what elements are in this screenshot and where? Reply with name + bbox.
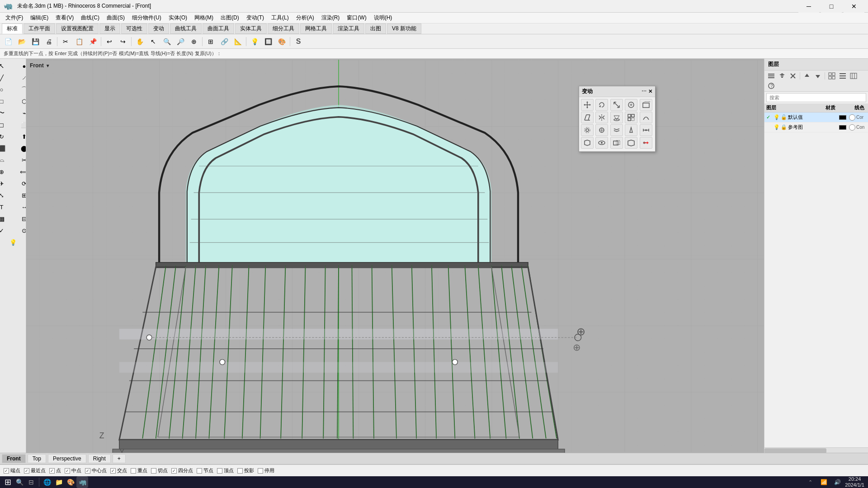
transform-project-btn[interactable] <box>610 112 623 123</box>
left-mirror-btn[interactable]: ⟺ <box>14 166 27 177</box>
menu-item-12[interactable]: 渲染(R) <box>318 13 344 23</box>
transform-flow-btn[interactable] <box>581 124 594 136</box>
tab-item-9[interactable]: 细分工具 <box>268 23 299 34</box>
snap-item-3[interactable]: 中点 <box>65 467 81 474</box>
left-hatch-btn[interactable]: ▩ <box>0 213 13 224</box>
snap-item-7[interactable]: 切点 <box>151 467 168 474</box>
left-arc-btn[interactable]: ⌒ <box>14 84 27 95</box>
toolbar-ortho[interactable]: 📐 <box>231 36 244 47</box>
left-point-btn[interactable]: ● <box>14 61 27 71</box>
transform-title-bar[interactable]: 变动 ⋯ ✕ <box>579 86 655 97</box>
layer-row-ref[interactable]: 💡 🔒 参考图 Con <box>764 122 868 132</box>
taskbar-rhino-btn[interactable]: 🦏 <box>76 476 88 488</box>
menu-item-2[interactable]: 查看(V) <box>52 13 77 23</box>
layers-list-view-btn[interactable] <box>838 71 848 80</box>
left-text-btn[interactable]: T <box>0 202 13 212</box>
layers-scrollbar[interactable] <box>764 447 868 453</box>
tab-item-0[interactable]: 标准 <box>2 23 23 34</box>
snap-item-12[interactable]: 停用 <box>258 467 274 474</box>
transform-scale-btn[interactable] <box>610 99 623 111</box>
menu-item-14[interactable]: 说明(H) <box>370 13 396 23</box>
layers-filter-active-btn[interactable] <box>777 71 787 80</box>
toolbar-copy[interactable]: 📋 <box>73 36 85 47</box>
snap-item-0[interactable]: 端点 <box>4 467 20 474</box>
left-fillet-btn[interactable]: ⌓ <box>0 155 13 165</box>
left-rect-btn[interactable]: □ <box>0 96 13 107</box>
snap-item-6[interactable]: 重点 <box>131 467 147 474</box>
taskbar-taskview-btn[interactable]: ⊟ <box>25 476 37 488</box>
toolbar-new[interactable]: 📄 <box>2 36 14 47</box>
left-trim-btn[interactable]: ✂ <box>14 155 27 165</box>
left-select-btn[interactable]: ↖ <box>0 61 13 71</box>
layers-up-btn[interactable] <box>802 71 812 80</box>
transform-taper-btn[interactable] <box>625 124 637 136</box>
minimize-button[interactable]: ─ <box>798 0 819 13</box>
toolbar-save[interactable]: 💾 <box>29 36 42 47</box>
close-button[interactable]: ✕ <box>844 0 864 13</box>
snap-item-11[interactable]: 投影 <box>237 467 254 474</box>
viewport-label[interactable]: Front ▼ <box>30 62 50 69</box>
menu-item-11[interactable]: 分析(A) <box>292 13 318 23</box>
menu-item-5[interactable]: 细分物件(U) <box>128 13 165 23</box>
toolbar-redo[interactable]: ↪ <box>117 36 129 47</box>
tab-item-8[interactable]: 实体工具 <box>235 23 267 34</box>
taskbar-search-btn[interactable]: 🔍 <box>14 476 25 488</box>
left-dim-btn[interactable]: ↔ <box>14 202 27 212</box>
tab-item-11[interactable]: 渲染工具 <box>333 23 364 34</box>
layers-down-btn[interactable] <box>813 71 823 80</box>
transform-cage-btn[interactable] <box>595 124 608 136</box>
viewport-dropdown-arrow[interactable]: ▼ <box>46 63 50 68</box>
transform-twist-btn[interactable] <box>610 124 623 136</box>
left-freeform-btn[interactable]: 〜 <box>0 108 13 118</box>
tab-item-12[interactable]: 出图 <box>365 23 386 34</box>
transform-close-btn[interactable]: ✕ <box>648 89 652 94</box>
left-surface-btn[interactable]: ◻ <box>0 119 13 130</box>
snap-item-10[interactable]: 顶点 <box>217 467 234 474</box>
transform-bend-btn[interactable] <box>640 112 652 123</box>
toolbar-rhino-logo[interactable]: S <box>292 36 305 47</box>
viewport[interactable]: ⊕ Z X ⊕ Front ▼ 变动 ⋯ <box>26 59 764 453</box>
vp-tab-right[interactable]: Right <box>88 454 111 463</box>
tab-item-13[interactable]: V8 新功能 <box>387 23 421 34</box>
toolbar-paste[interactable]: 📌 <box>86 36 99 47</box>
menu-item-1[interactable]: 编辑(E) <box>27 13 52 23</box>
transform-array-btn[interactable] <box>625 112 637 123</box>
toolbar-open[interactable]: 📂 <box>15 36 28 47</box>
taskbar-sound-icon[interactable]: 🔊 <box>831 476 843 488</box>
taskbar-systray-icon[interactable]: ⌃ <box>804 476 816 488</box>
layer-search-input[interactable] <box>766 93 866 102</box>
snap-item-2[interactable]: 点 <box>49 467 61 474</box>
left-move-btn[interactable]: ✈ <box>0 178 13 189</box>
snap-item-9[interactable]: 节点 <box>197 467 213 474</box>
transform-unroll-btn[interactable] <box>610 137 623 149</box>
transform-stretch-btn[interactable] <box>640 124 652 136</box>
transform-map-btn[interactable] <box>625 137 637 149</box>
menu-item-6[interactable]: 实体(O) <box>165 13 191 23</box>
taskbar-explorer-btn[interactable]: 📁 <box>53 476 65 488</box>
toolbar-zoom-out[interactable]: 🔎 <box>174 36 187 47</box>
layers-delete-btn[interactable] <box>788 71 798 80</box>
left-extrude-btn[interactable]: ⬆ <box>14 131 27 142</box>
snap-item-4[interactable]: 中心点 <box>85 467 107 474</box>
transform-smash-btn[interactable] <box>581 137 594 149</box>
transform-rotate-btn[interactable] <box>595 99 608 111</box>
layer-row-default[interactable]: ✓ 💡 🔓 默认值 Cor <box>764 113 868 122</box>
transform-move-btn[interactable] <box>581 99 594 111</box>
vp-tab-top[interactable]: Top <box>28 454 46 463</box>
menu-item-13[interactable]: 窗口(W) <box>343 13 370 23</box>
tab-item-10[interactable]: 网格工具 <box>300 23 332 34</box>
toolbar-wireframe[interactable]: 🔲 <box>262 36 274 47</box>
transform-squish-btn[interactable] <box>595 137 608 149</box>
menu-item-4[interactable]: 曲面(S) <box>103 13 128 23</box>
menu-item-3[interactable]: 曲线(C) <box>77 13 103 23</box>
toolbar-zoom-extents[interactable]: ⊕ <box>188 36 200 47</box>
left-check-btn[interactable]: ✓ <box>0 225 13 236</box>
toolbar-print[interactable]: 🖨 <box>42 36 55 47</box>
layers-new-btn[interactable] <box>766 71 776 80</box>
tab-item-7[interactable]: 曲面工具 <box>203 23 234 34</box>
tab-item-5[interactable]: 变动 <box>148 23 169 34</box>
layers-help-btn[interactable]: ? <box>766 81 776 90</box>
left-sphere-btn[interactable]: ⬤ <box>14 143 27 154</box>
transform-dots-btn[interactable]: ⋯ <box>642 89 646 94</box>
left-loft-btn[interactable]: ⬜ <box>14 119 27 130</box>
